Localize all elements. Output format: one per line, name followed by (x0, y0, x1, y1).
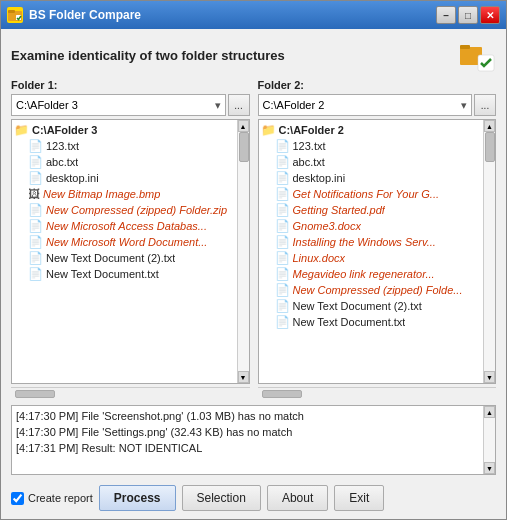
list-item[interactable]: 📄 New Text Document (2).txt (12, 250, 237, 266)
file-icon: 📄 (275, 267, 290, 281)
file-icon: 📄 (275, 203, 290, 217)
log-line: [4:17:30 PM] File 'Settings.png' (32.43 … (16, 424, 479, 440)
log-line: [4:17:30 PM] File 'Screenshot.png' (1.03… (16, 408, 479, 424)
log-scroll-down[interactable]: ▼ (484, 462, 495, 474)
folder1-path-text: C:\AFolder 3 (16, 99, 78, 111)
minimize-button[interactable]: – (436, 6, 456, 24)
list-item[interactable]: 📄 New Compressed (zipped) Folde... (259, 282, 484, 298)
list-item[interactable]: 📄 123.txt (259, 138, 484, 154)
folder2-tree-scroll[interactable]: 📁 C:\AFolder 2 📄 123.txt 📄 (259, 120, 484, 383)
folder2-scroll-down[interactable]: ▼ (484, 371, 495, 383)
folder2-scroll-up[interactable]: ▲ (484, 120, 495, 132)
folder2-vscrollbar[interactable]: ▲ ▼ (483, 120, 495, 383)
folder1-scroll-track[interactable] (238, 132, 249, 371)
file-icon: 📄 (28, 235, 43, 249)
folder2-scroll-track[interactable] (484, 132, 495, 371)
list-item[interactable]: 📄 abc.txt (12, 154, 237, 170)
file-icon: 📄 (275, 283, 290, 297)
list-item[interactable]: 📄 Linux.docx (259, 250, 484, 266)
folder2-tree-inner: 📁 C:\AFolder 2 📄 123.txt 📄 (259, 120, 484, 332)
list-item[interactable]: 📄 New Microsoft Access Databas... (12, 218, 237, 234)
list-item[interactable]: 📄 Getting Started.pdf (259, 202, 484, 218)
close-button[interactable]: ✕ (480, 6, 500, 24)
folder2-panel: Folder 2: C:\AFolder 2 ▾ ... 📁 C:\AF (258, 79, 497, 399)
folder1-tree-inner: 📁 C:\AFolder 3 📄 123.txt (12, 120, 237, 284)
about-button[interactable]: About (267, 485, 328, 511)
folder1-path-row: C:\AFolder 3 ▾ ... (11, 94, 250, 116)
list-item[interactable]: 📄 desktop.ini (12, 170, 237, 186)
folder1-tree-scroll[interactable]: 📁 C:\AFolder 3 📄 123.txt (12, 120, 237, 383)
file-icon: 📄 (275, 235, 290, 249)
header-title: Examine identicality of two folder struc… (11, 48, 285, 63)
list-item[interactable]: 📄 New Text Document (2).txt (259, 298, 484, 314)
content-area: Examine identicality of two folder struc… (1, 29, 506, 519)
list-item[interactable]: 📄 New Compressed (zipped) Folder.zip (12, 202, 237, 218)
file-icon: 📄 (28, 267, 43, 281)
title-bar: BS Folder Compare – □ ✕ (1, 1, 506, 29)
file-icon: 📄 (28, 155, 43, 169)
svg-rect-4 (460, 45, 470, 49)
exit-button[interactable]: Exit (334, 485, 384, 511)
folder1-browse-button[interactable]: ... (228, 94, 250, 116)
log-scroll-up[interactable]: ▲ (484, 406, 495, 418)
file-icon: 📄 (275, 171, 290, 185)
maximize-button[interactable]: □ (458, 6, 478, 24)
folder2-hscroll-thumb[interactable] (262, 390, 302, 398)
list-item[interactable]: 📄 Installing the Windows Serv... (259, 234, 484, 250)
list-item[interactable]: 📄 New Text Document.txt (259, 314, 484, 330)
folder2-path-combo[interactable]: C:\AFolder 2 ▾ (258, 94, 473, 116)
create-report-checkbox[interactable] (11, 492, 24, 505)
list-item[interactable]: 📄 Megavideo link regenerator... (259, 266, 484, 282)
folder2-browse-button[interactable]: ... (474, 94, 496, 116)
folder1-scroll-down[interactable]: ▼ (238, 371, 249, 383)
list-item[interactable]: 📄 New Microsoft Word Document... (12, 234, 237, 250)
folder1-scroll-thumb[interactable] (239, 132, 249, 162)
folder2-tree-wrapper: 📁 C:\AFolder 2 📄 123.txt 📄 (258, 119, 497, 384)
list-item[interactable]: 📄 New Text Document.txt (12, 266, 237, 282)
folder1-scroll-up[interactable]: ▲ (238, 120, 249, 132)
list-item[interactable]: 📄 desktop.ini (259, 170, 484, 186)
folder2-path-text: C:\AFolder 2 (263, 99, 325, 111)
folder2-scroll-thumb[interactable] (485, 132, 495, 162)
file-icon: 📄 (275, 155, 290, 169)
title-bar-controls: – □ ✕ (436, 6, 500, 24)
folder2-hscrollbar[interactable] (258, 387, 497, 399)
folder1-vscrollbar[interactable]: ▲ ▼ (237, 120, 249, 383)
create-report-row: Create report (11, 492, 93, 505)
process-button[interactable]: Process (99, 485, 176, 511)
folder1-root-text: C:\AFolder 3 (32, 124, 97, 136)
folder1-hscrollbar[interactable] (11, 387, 250, 399)
folder2-root[interactable]: 📁 C:\AFolder 2 (259, 122, 484, 138)
folder1-tree-wrapper: 📁 C:\AFolder 3 📄 123.txt (11, 119, 250, 384)
list-item[interactable]: 📄 Gnome3.docx (259, 218, 484, 234)
panels-row: Folder 1: C:\AFolder 3 ▾ ... 📁 (11, 79, 496, 399)
folder2-path-row: C:\AFolder 2 ▾ ... (258, 94, 497, 116)
selection-button[interactable]: Selection (182, 485, 261, 511)
list-item[interactable]: 📄 Get Notifications For Your G... (259, 186, 484, 202)
file-icon: 📄 (275, 139, 290, 153)
log-scroll-track[interactable] (484, 418, 495, 462)
folder-icon: 📁 (14, 123, 29, 137)
list-item[interactable]: 🖼 New Bitmap Image.bmp (12, 186, 237, 202)
log-area: [4:17:30 PM] File 'Screenshot.png' (1.03… (11, 405, 496, 475)
file-icon: 📄 (28, 251, 43, 265)
log-line: [4:17:31 PM] Result: NOT IDENTICAL (16, 440, 479, 456)
file-icon: 📄 (28, 219, 43, 233)
log-content: [4:17:30 PM] File 'Screenshot.png' (1.03… (12, 406, 483, 474)
file-icon: 📄 (28, 203, 43, 217)
log-vscrollbar[interactable]: ▲ ▼ (483, 406, 495, 474)
list-item[interactable]: 📄 abc.txt (259, 154, 484, 170)
file-icon: 📄 (275, 251, 290, 265)
folder1-hscroll-thumb[interactable] (15, 390, 55, 398)
folder2-label: Folder 2: (258, 79, 497, 91)
file-icon: 📄 (275, 299, 290, 313)
list-item[interactable]: 📄 123.txt (12, 138, 237, 154)
folder1-root[interactable]: 📁 C:\AFolder 3 (12, 122, 237, 138)
folder1-label: Folder 1: (11, 79, 250, 91)
folder1-path-combo[interactable]: C:\AFolder 3 ▾ (11, 94, 226, 116)
create-report-label: Create report (28, 492, 93, 504)
file-icon: 🖼 (28, 187, 40, 201)
svg-rect-1 (8, 10, 15, 13)
main-window: BS Folder Compare – □ ✕ Examine identica… (0, 0, 507, 520)
file-icon: 📄 (275, 315, 290, 329)
